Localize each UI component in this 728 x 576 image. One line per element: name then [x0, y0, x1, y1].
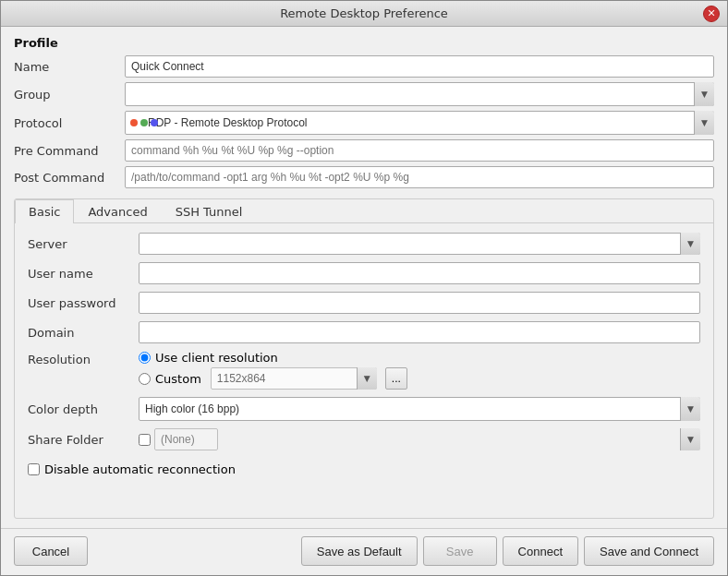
save-default-button[interactable]: Save as Default — [301, 536, 418, 566]
resolution-custom-select-wrapper: 1152x864 — [211, 367, 377, 390]
resolution-row: Resolution Use client resolution Custom … — [28, 351, 700, 390]
protocol-select-wrapper: RDP - Remote Desktop Protocol — [125, 111, 714, 135]
resolution-custom-label: Custom — [155, 372, 201, 386]
basic-tab-content: Server User name User password — [15, 223, 713, 518]
domain-row: Domain — [28, 321, 700, 343]
save-button[interactable]: Save — [423, 536, 497, 566]
tab-advanced[interactable]: Advanced — [74, 199, 161, 223]
domain-label: Domain — [28, 326, 139, 340]
protocol-row: Protocol RDP - Remote Desktop Protocol — [14, 111, 714, 135]
share-folder-select-arrow — [680, 428, 700, 450]
pre-command-row: Pre Command — [14, 139, 714, 162]
disable-reconnect-label: Disable automatic reconnection — [44, 462, 236, 476]
group-select-wrapper — [125, 82, 714, 106]
resolution-client-radio[interactable] — [139, 352, 151, 364]
password-row: User password — [28, 292, 700, 314]
share-folder-select-wrapper: (None) — [154, 428, 700, 450]
group-label: Group — [14, 88, 125, 102]
resolution-client-label: Use client resolution — [155, 351, 278, 365]
pre-command-label: Pre Command — [14, 144, 125, 158]
protocol-select[interactable]: RDP - Remote Desktop Protocol — [125, 111, 714, 135]
profile-label: Profile — [14, 36, 714, 50]
resolution-custom-select[interactable]: 1152x864 — [211, 367, 377, 390]
dialog-window: Remote Desktop Preference ✕ Profile Name… — [0, 0, 728, 576]
resolution-label: Resolution — [28, 351, 139, 366]
name-label: Name — [14, 60, 125, 74]
name-input[interactable] — [125, 55, 714, 78]
color-depth-select[interactable]: High color (16 bpp) — [139, 397, 700, 421]
resolution-custom-radio[interactable] — [139, 373, 151, 385]
username-label: User name — [28, 267, 139, 281]
server-select[interactable] — [139, 233, 700, 255]
disable-reconnect-row: Disable automatic reconnection — [28, 462, 700, 476]
resolution-dots-button[interactable]: ... — [385, 367, 407, 390]
post-command-row: Post Command — [14, 166, 714, 188]
group-select[interactable] — [125, 82, 714, 106]
username-input[interactable] — [139, 262, 700, 284]
close-button[interactable]: ✕ — [703, 6, 720, 22]
pre-command-input[interactable] — [125, 139, 714, 162]
save-connect-button[interactable]: Save and Connect — [584, 536, 714, 566]
resolution-client-row: Use client resolution — [139, 351, 407, 365]
footer-buttons: Cancel Save as Default Save Connect Save… — [1, 528, 727, 575]
title-bar: Remote Desktop Preference ✕ — [1, 1, 727, 27]
tab-bar: Basic Advanced SSH Tunnel — [15, 199, 713, 223]
color-depth-label: Color depth — [28, 402, 139, 416]
profile-section: Profile Name Group Protocol — [14, 36, 714, 193]
share-folder-wrapper: (None) — [139, 428, 700, 450]
tab-basic[interactable]: Basic — [15, 199, 74, 223]
window-title: Remote Desktop Preference — [25, 6, 703, 20]
share-folder-label: Share Folder — [28, 433, 139, 447]
password-input[interactable] — [139, 292, 700, 314]
color-depth-select-wrapper: High color (16 bpp) — [139, 397, 700, 421]
color-depth-row: Color depth High color (16 bpp) — [28, 397, 700, 421]
connect-button[interactable]: Connect — [503, 536, 578, 566]
share-folder-row: Share Folder (None) — [28, 428, 700, 450]
share-folder-select[interactable]: (None) — [154, 428, 218, 450]
share-folder-checkbox[interactable] — [139, 434, 151, 446]
server-select-wrapper — [139, 233, 700, 255]
password-label: User password — [28, 296, 139, 310]
post-command-input[interactable] — [125, 166, 714, 188]
tabs-area: Basic Advanced SSH Tunnel Server — [14, 198, 714, 519]
domain-input[interactable] — [139, 321, 700, 343]
post-command-label: Post Command — [14, 171, 125, 185]
cancel-button[interactable]: Cancel — [14, 536, 88, 566]
server-label: Server — [28, 237, 139, 251]
tab-ssh-tunnel[interactable]: SSH Tunnel — [162, 199, 257, 223]
resolution-custom-row: Custom 1152x864 ... — [139, 367, 407, 390]
disable-reconnect-checkbox[interactable] — [28, 463, 40, 475]
name-row: Name — [14, 55, 714, 78]
group-row: Group — [14, 82, 714, 106]
resolution-options: Use client resolution Custom 1152x864 — [139, 351, 407, 390]
username-row: User name — [28, 262, 700, 284]
main-content: Profile Name Group Protocol — [1, 27, 727, 528]
server-row: Server — [28, 233, 700, 255]
protocol-label: Protocol — [14, 116, 125, 130]
